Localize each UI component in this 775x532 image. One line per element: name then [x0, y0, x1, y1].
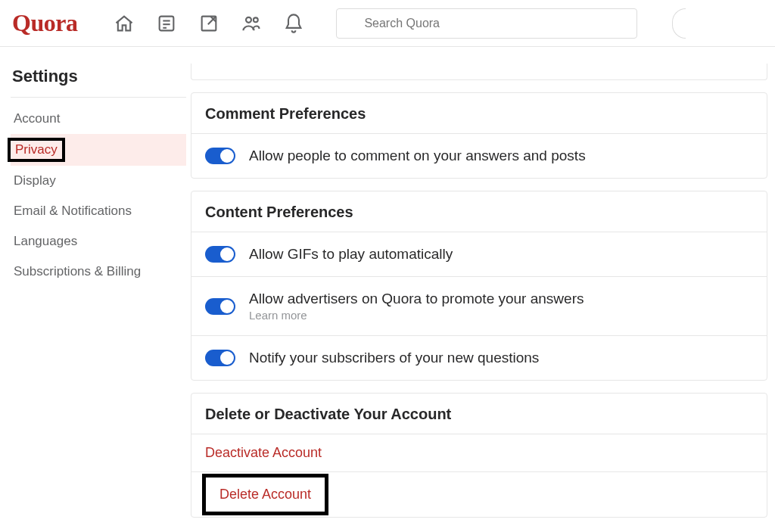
- logo[interactable]: Quora: [12, 9, 77, 37]
- svg-point-5: [246, 17, 251, 22]
- profile-button-cutoff[interactable]: [672, 8, 686, 39]
- allow-comments-label: Allow people to comment on your answers …: [249, 148, 586, 164]
- comment-prefs-title: Comment Preferences: [191, 93, 767, 134]
- sidebar-title: Settings: [11, 64, 186, 98]
- spaces-icon[interactable]: [241, 13, 262, 34]
- delete-deactivate-title: Delete or Deactivate Your Account: [191, 394, 767, 434]
- card-cutoff-top: [191, 64, 767, 80]
- top-nav: Quora: [0, 0, 775, 47]
- comment-preferences-card: Comment Preferences Allow people to comm…: [191, 92, 767, 179]
- delete-account-link[interactable]: Delete Account: [202, 474, 328, 515]
- following-icon[interactable]: [156, 13, 177, 34]
- allow-comments-toggle[interactable]: [205, 148, 235, 164]
- sidebar-item-account[interactable]: Account: [11, 104, 186, 134]
- delete-deactivate-card: Delete or Deactivate Your Account Deacti…: [191, 393, 767, 518]
- allow-gifs-label: Allow GIFs to play automatically: [249, 246, 453, 263]
- sidebar-item-languages[interactable]: Languages: [11, 226, 186, 257]
- sidebar-item-display[interactable]: Display: [11, 166, 186, 196]
- notify-subscribers-row: Notify your subscribers of your new ques…: [191, 336, 767, 380]
- allow-ads-row: Allow advertisers on Quora to promote yo…: [191, 277, 767, 336]
- deactivate-account-link[interactable]: Deactivate Account: [191, 434, 767, 472]
- content-prefs-title: Content Preferences: [191, 191, 767, 232]
- answer-icon[interactable]: [198, 13, 219, 34]
- allow-ads-label: Allow advertisers on Quora to promote yo…: [249, 291, 584, 307]
- content-preferences-card: Content Preferences Allow GIFs to play a…: [191, 191, 767, 381]
- allow-gifs-toggle[interactable]: [205, 246, 235, 263]
- sidebar-item-privacy[interactable]: Privacy: [11, 134, 186, 166]
- highlight-privacy: Privacy: [8, 138, 65, 162]
- allow-ads-toggle[interactable]: [205, 298, 235, 315]
- settings-sidebar: Settings Account Privacy Display Email &…: [11, 64, 186, 530]
- main-content: Comment Preferences Allow people to comm…: [186, 64, 775, 530]
- notifications-icon[interactable]: [283, 13, 304, 34]
- sidebar-item-email-notifications[interactable]: Email & Notifications: [11, 196, 186, 226]
- search-input[interactable]: [336, 8, 637, 39]
- allow-comments-row: Allow people to comment on your answers …: [191, 134, 767, 178]
- allow-gifs-row: Allow GIFs to play automatically: [191, 232, 767, 277]
- search-wrapper: [336, 8, 637, 39]
- notify-subscribers-label: Notify your subscribers of your new ques…: [249, 350, 539, 366]
- sidebar-item-subscriptions-billing[interactable]: Subscriptions & Billing: [11, 257, 186, 287]
- notify-subscribers-toggle[interactable]: [205, 350, 235, 366]
- svg-point-6: [254, 17, 258, 22]
- learn-more-link[interactable]: Learn more: [249, 309, 584, 322]
- home-icon[interactable]: [114, 13, 135, 34]
